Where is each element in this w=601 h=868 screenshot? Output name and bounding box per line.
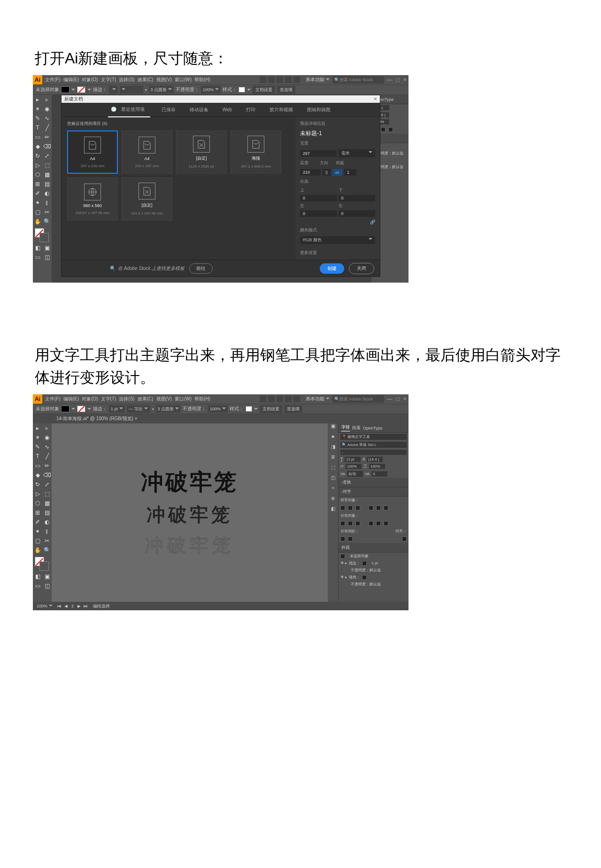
preset-card[interactable]: A4 210 x 297 mm	[122, 131, 172, 174]
appear-fill-swatch[interactable]	[362, 575, 367, 580]
preset-card[interactable]: 海报 457.2 x 609.6 mm	[231, 131, 281, 174]
dist-cv-icon[interactable]	[348, 521, 353, 526]
tab-print[interactable]: 打印	[243, 105, 258, 115]
lasso-tool-icon[interactable]: ◉	[42, 433, 52, 442]
pen-tool-icon[interactable]: ✎	[33, 442, 42, 452]
appear-fill-opacity[interactable]: 不透明度：默认值	[339, 581, 408, 588]
panel-icon[interactable]: ⊕	[328, 496, 338, 506]
window-close-icon[interactable]: ×	[403, 77, 407, 83]
eyedropper-tool-icon[interactable]: ✐	[33, 517, 42, 527]
selection-tool-icon[interactable]: ▸	[33, 423, 42, 433]
menu-type[interactable]: 文字(T)	[101, 396, 116, 402]
fill-swatch[interactable]	[61, 406, 69, 412]
curvature-tool-icon[interactable]: ∿	[42, 114, 52, 123]
bridge-icon[interactable]	[268, 396, 275, 402]
menu-effect[interactable]: 效果(C)	[138, 77, 154, 83]
orient-landscape-icon[interactable]: ▭	[332, 169, 342, 176]
align-to-dropdown[interactable]	[402, 537, 407, 541]
panel-icon[interactable]: ◧	[328, 506, 338, 516]
tab-para[interactable]: 段落	[352, 425, 361, 431]
panel-transform-tab[interactable]: ◦ 变换	[339, 478, 408, 487]
preset-card[interactable]: A4 297 x 210 mm	[67, 131, 118, 174]
width-input[interactable]: 297	[300, 150, 337, 157]
shaper-tool-icon[interactable]: ◆	[33, 142, 42, 151]
window-restore-icon[interactable]: □	[396, 396, 400, 402]
preset-card[interactable]: [自定] 101.6 x 197.56 mm	[122, 177, 172, 221]
eyedropper-tool-icon[interactable]: ✐	[33, 189, 42, 198]
type-tool-icon[interactable]: T	[33, 452, 42, 461]
go-button[interactable]: 前往	[189, 263, 213, 274]
stroke-swatch[interactable]	[77, 406, 85, 412]
artboard-tool-icon[interactable]: ▢	[33, 536, 42, 545]
dialog-close-icon[interactable]: ×	[374, 96, 377, 102]
doc-setup-button[interactable]: 文档设置	[260, 405, 282, 413]
scale-tool-icon[interactable]: ⤢	[42, 151, 52, 161]
menu-file[interactable]: 文件(F)	[45, 396, 61, 402]
menu-effect[interactable]: 效果(C)	[138, 396, 154, 402]
panel-appearance-tab[interactable]: 外观	[339, 543, 408, 553]
align-ch-icon[interactable]	[348, 506, 353, 510]
tracking-input[interactable]: 0	[371, 471, 387, 476]
dist-r-icon[interactable]	[384, 521, 388, 526]
appear-stroke-opacity[interactable]: 不透明度：默认值	[339, 567, 408, 574]
draw-mode-icon[interactable]: ▣	[42, 572, 52, 581]
orient-portrait-icon[interactable]: ▯	[323, 169, 331, 176]
dist-h-icon[interactable]	[340, 537, 345, 541]
font-family-dropdown[interactable]: 🔍 Adobe 宋体 Std L	[340, 442, 407, 448]
more-settings-link[interactable]: 更多设置	[300, 250, 375, 256]
tab-art[interactable]: 图稿和插图	[304, 105, 333, 115]
panel-icon[interactable]: ◫	[328, 475, 338, 485]
align-cv-icon[interactable]	[376, 506, 381, 510]
mesh-tool-icon[interactable]: ⊞	[33, 179, 42, 189]
brush-dropdown[interactable]: 3 点圆形	[149, 86, 174, 93]
font-size-input[interactable]: 12 pt	[345, 457, 361, 462]
stroke-profile-dropdown[interactable]	[120, 86, 143, 93]
align-center-icon[interactable]	[381, 127, 385, 132]
window-close-icon[interactable]: ×	[403, 396, 407, 402]
symbol-tool-icon[interactable]: ✦	[33, 527, 42, 536]
menu-file[interactable]: 文件(F)	[45, 77, 61, 83]
prefs-button[interactable]: 首选项	[284, 405, 302, 413]
style-swatch[interactable]	[246, 406, 252, 412]
blend-tool-icon[interactable]: ◐	[42, 517, 52, 527]
menu-select[interactable]: 选择(S)	[119, 396, 134, 402]
brush-tool-icon[interactable]: ✏	[42, 132, 52, 142]
magic-wand-tool-icon[interactable]: ✶	[33, 104, 42, 114]
layout-icon[interactable]	[260, 77, 266, 83]
align-b-icon[interactable]	[384, 506, 388, 510]
hscale-input[interactable]: 100%	[369, 464, 385, 469]
opacity-input[interactable]: 100%	[201, 86, 221, 93]
prefs-button[interactable]: 首选项	[277, 86, 295, 94]
shape-builder-tool-icon[interactable]: ⬡	[33, 499, 42, 508]
menu-select[interactable]: 选择(S)	[119, 77, 134, 83]
width-tool-icon[interactable]: ▷	[33, 489, 42, 499]
menu-object[interactable]: 对象(O)	[82, 77, 98, 83]
panel-icon[interactable]: ≣	[328, 454, 338, 465]
cloud-icon[interactable]	[293, 77, 300, 83]
line-tool-icon[interactable]: ╱	[42, 123, 52, 132]
arrange-icon[interactable]	[277, 396, 283, 402]
pen-tool-icon[interactable]: ✎	[33, 114, 42, 123]
menu-edit[interactable]: 编辑(E)	[63, 77, 79, 83]
screen-mode-icon[interactable]: ▭	[33, 253, 42, 262]
panel-icon[interactable]: ♣	[328, 434, 338, 444]
doc-setup-button[interactable]: 文档设置	[253, 86, 275, 94]
slice-tool-icon[interactable]: ✂	[42, 207, 52, 217]
graph-tool-icon[interactable]: ⫿	[42, 198, 52, 207]
free-transform-tool-icon[interactable]: ⬚	[42, 161, 52, 170]
vscale-input[interactable]: 100%	[346, 464, 362, 469]
hand-tool-icon[interactable]: ✋	[33, 217, 42, 226]
mesh-tool-icon[interactable]: ⊞	[33, 508, 42, 517]
menu-help[interactable]: 帮助(H)	[194, 77, 210, 83]
panel-icon[interactable]: ✧	[328, 485, 338, 496]
perspective-tool-icon[interactable]: ▦	[42, 170, 52, 179]
menu-edit[interactable]: 编辑(E)	[63, 396, 79, 402]
line-tool-icon[interactable]: ╱	[42, 452, 52, 461]
align-right-icon[interactable]	[388, 127, 393, 132]
style-swatch[interactable]	[239, 87, 245, 92]
edit-mode-icon[interactable]: ◫	[42, 253, 52, 262]
direct-select-tool-icon[interactable]: ▹	[42, 423, 52, 433]
stock-search[interactable]: 🔍 在 Adobe Stock 上查找更多模板	[109, 265, 185, 272]
brush-dropdown[interactable]: 3 点圆形	[156, 405, 181, 413]
preset-name-input[interactable]: 未标题-1	[300, 130, 375, 138]
